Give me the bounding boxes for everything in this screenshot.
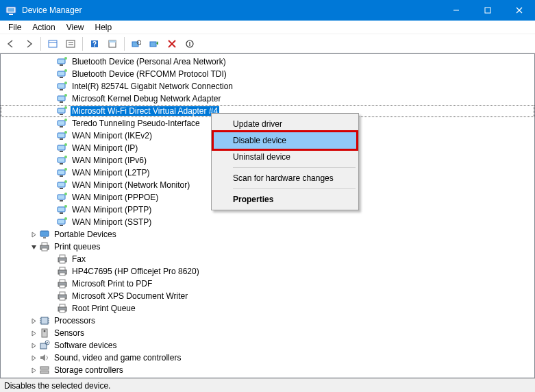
svg-point-40 — [64, 119, 67, 121]
context-menu: Update driverDisable deviceUninstall dev… — [211, 113, 359, 210]
expander-collapsed-icon[interactable] — [29, 317, 38, 325]
network-adapter-item[interactable]: Microsoft Kernel Debug Network Adapter — [1, 93, 534, 105]
svg-point-25 — [64, 57, 67, 60]
expander-collapsed-icon[interactable] — [29, 366, 38, 374]
tree-item-label: HP4C7695 (HP Officejet Pro 8620) — [71, 267, 201, 276]
network-adapter-item[interactable]: Intel(R) 82574L Gigabit Network Connecti… — [1, 80, 534, 93]
maximize-button[interactable] — [472, 0, 503, 21]
tree-item-label: WAN Miniport (IPv6) — [71, 156, 148, 165]
device-tree[interactable]: Bluetooth Device (Personal Area Network)… — [1, 54, 534, 378]
expander-collapsed-icon[interactable] — [29, 341, 38, 350]
category-sensors[interactable]: Sensors — [1, 327, 534, 339]
svg-rect-23 — [58, 59, 65, 64]
svg-rect-27 — [60, 77, 63, 78]
network-adapter-item[interactable]: Bluetooth Device (Personal Area Network) — [1, 56, 534, 68]
context-menu-update-driver[interactable]: Update driver — [214, 116, 356, 132]
software-device-icon — [39, 340, 50, 351]
content-area: Bluetooth Device (Personal Area Network)… — [0, 53, 535, 378]
context-menu-properties[interactable]: Properties — [214, 191, 356, 208]
svg-rect-30 — [60, 89, 63, 90]
menu-file[interactable]: File — [3, 21, 27, 34]
tree-item-label: Software devices — [53, 341, 118, 350]
tree-item-label: WAN Miniport (SSTP) — [71, 217, 153, 227]
expander-none — [47, 218, 55, 226]
network-adapter-icon — [57, 69, 68, 79]
back-button[interactable] — [3, 36, 19, 52]
disable-button[interactable] — [182, 36, 198, 52]
context-menu-disable-device[interactable]: Disable device — [214, 132, 356, 149]
network-adapter-item[interactable]: Bluetooth Device (RFCOMM Protocol TDI) — [1, 68, 534, 80]
uninstall-button[interactable] — [164, 36, 180, 52]
svg-point-49 — [64, 156, 67, 158]
svg-rect-4 — [485, 8, 490, 13]
expander-collapsed-icon[interactable] — [29, 230, 38, 238]
category-storage-controllers[interactable]: Storage controllers — [1, 364, 534, 376]
expander-collapsed-icon[interactable] — [29, 329, 38, 337]
network-adapter-icon — [57, 143, 68, 154]
network-adapter-icon — [57, 81, 68, 92]
svg-point-58 — [64, 193, 67, 195]
expander-none — [47, 280, 55, 288]
svg-rect-75 — [60, 273, 65, 275]
status-bar: Disables the selected device. — [0, 378, 535, 392]
expander-none — [47, 144, 55, 152]
network-adapter-icon — [57, 217, 68, 228]
svg-point-52 — [64, 168, 67, 171]
context-menu-separator — [233, 167, 356, 168]
svg-point-96 — [47, 342, 48, 343]
svg-rect-69 — [42, 248, 47, 251]
expander-expanded-icon[interactable] — [29, 243, 38, 251]
menu-action[interactable]: Action — [27, 21, 60, 34]
tree-item-label: Bluetooth Device (RFCOMM Protocol TDI) — [71, 69, 228, 79]
print-queue-item[interactable]: Microsoft XPS Document Writer — [1, 290, 534, 302]
properties-button[interactable] — [104, 36, 121, 52]
update-driver-button[interactable] — [146, 36, 162, 52]
svg-rect-29 — [58, 84, 65, 88]
forward-button[interactable] — [21, 36, 37, 52]
printer-icon — [39, 241, 50, 252]
help-button[interactable]: ? — [86, 36, 103, 52]
svg-point-37 — [64, 106, 67, 109]
category-portable-devices[interactable]: Portable Devices — [1, 228, 534, 241]
expander-none — [47, 255, 55, 263]
svg-rect-9 — [66, 40, 75, 47]
category-processors[interactable]: Processors — [1, 315, 534, 327]
svg-rect-7 — [49, 40, 57, 47]
tree-item-label: Microsoft XPS Document Writer — [71, 291, 189, 301]
svg-point-46 — [64, 143, 67, 146]
print-queue-item[interactable]: Fax — [1, 253, 534, 265]
expander-collapsed-icon[interactable] — [29, 354, 38, 362]
menu-help[interactable]: Help — [90, 21, 118, 34]
tree-item-label: WAN Miniport (PPPOE) — [71, 193, 160, 202]
category-print-queues[interactable]: Print queues — [1, 241, 534, 253]
print-queue-item[interactable]: Microsoft Print to PDF — [1, 278, 534, 290]
svg-rect-85 — [41, 317, 48, 324]
minimize-button[interactable] — [440, 0, 472, 21]
context-menu-uninstall-device[interactable]: Uninstall device — [214, 149, 356, 165]
context-menu-scan-for-hardware-changes[interactable]: Scan for hardware changes — [214, 170, 356, 186]
network-adapter-item[interactable]: WAN Miniport (SSTP) — [1, 216, 534, 228]
svg-rect-74 — [60, 267, 65, 270]
svg-rect-63 — [60, 225, 63, 226]
app-icon — [5, 5, 16, 16]
svg-rect-51 — [60, 175, 63, 177]
category-software-devices[interactable]: Software devices — [1, 339, 534, 352]
properties-pane-button[interactable] — [62, 36, 79, 52]
menu-view[interactable]: View — [61, 21, 90, 34]
close-button[interactable] — [503, 0, 535, 21]
expander-none — [47, 206, 55, 214]
print-queue-item[interactable]: Root Print Queue — [1, 302, 534, 315]
expander-none — [47, 70, 55, 78]
tree-item-label: Portable Devices — [53, 230, 118, 239]
tree-item-label: Teredo Tunneling Pseudo-Interface — [71, 119, 201, 128]
menubar: FileActionViewHelp — [0, 21, 535, 34]
category-sound-video-and-game-controllers[interactable]: Sound, video and game controllers — [1, 352, 534, 364]
tree-item-label: WAN Miniport (IP) — [71, 143, 139, 153]
view-button[interactable] — [45, 36, 61, 52]
scan-hardware-button[interactable] — [128, 36, 145, 52]
expander-none — [47, 193, 55, 201]
svg-rect-77 — [60, 280, 65, 282]
tree-item-label: Microsoft Print to PDF — [71, 279, 153, 289]
svg-rect-53 — [58, 182, 65, 187]
print-queue-item[interactable]: HP4C7695 (HP Officejet Pro 8620) — [1, 265, 534, 278]
